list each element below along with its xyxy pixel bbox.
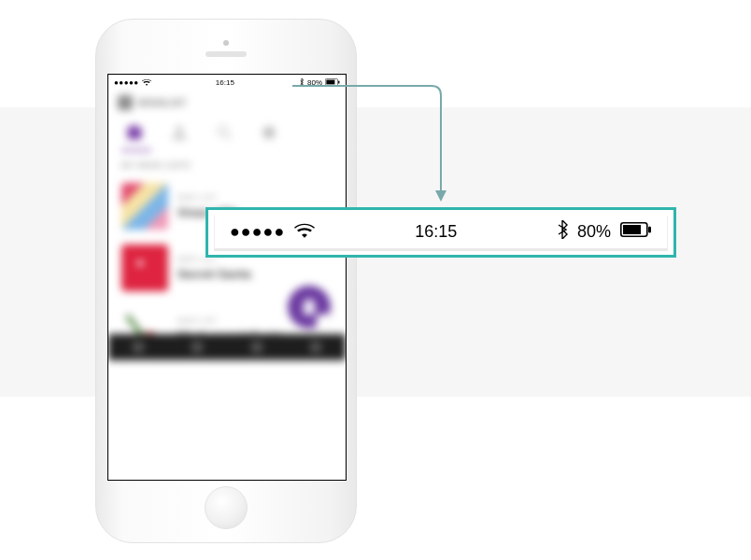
nav-icon[interactable] xyxy=(133,342,144,353)
nav-icon[interactable] xyxy=(310,342,321,353)
battery-icon xyxy=(325,78,340,86)
battery-icon xyxy=(620,222,652,242)
app-header: WISHLIST xyxy=(108,90,346,116)
phone-screen: ●●●●● 16:15 80% xyxy=(107,74,347,481)
phone-speaker xyxy=(205,51,247,57)
wifi-icon xyxy=(142,78,151,86)
signal-dots-icon: ●●●●● xyxy=(230,222,285,242)
nav-icon[interactable] xyxy=(251,342,262,353)
signal-dots-icon: ●●●●● xyxy=(114,78,139,87)
tab-settings[interactable] xyxy=(256,119,282,146)
bluetooth-icon xyxy=(299,78,305,87)
svg-rect-8 xyxy=(623,225,641,234)
list-supertitle: New list xyxy=(177,193,239,202)
bottom-nav xyxy=(108,334,346,360)
fab-add-list[interactable]: + xyxy=(288,286,331,329)
status-time: 16:15 xyxy=(216,78,234,87)
svg-point-3 xyxy=(218,126,227,135)
battery-pct: 80% xyxy=(307,78,322,87)
list-title: Secret Santa xyxy=(177,267,251,281)
status-bar-small: ●●●●● 16:15 80% xyxy=(108,75,346,90)
tab-search[interactable] xyxy=(211,119,237,146)
list-thumb xyxy=(121,183,168,230)
list-supertitle: New list xyxy=(177,316,283,325)
app-logo-square xyxy=(118,95,133,110)
nav-icon[interactable] xyxy=(191,342,203,353)
wifi-icon xyxy=(294,222,315,243)
phone-mockup: ●●●●● 16:15 80% xyxy=(95,19,357,543)
svg-rect-1 xyxy=(326,80,334,85)
svg-line-4 xyxy=(227,135,232,140)
section-label: MY WISH LISTS xyxy=(108,151,346,175)
svg-rect-9 xyxy=(648,227,651,233)
svg-point-5 xyxy=(262,126,275,138)
phone-camera-dot xyxy=(223,40,229,46)
tab-people[interactable] xyxy=(166,119,192,146)
list-thumb xyxy=(121,245,168,291)
home-button[interactable] xyxy=(205,486,248,529)
tab-bar xyxy=(108,116,346,146)
status-bar-callout: ●●●●● 16:15 80% xyxy=(205,207,676,258)
tab-gift[interactable] xyxy=(121,119,148,146)
bluetooth-icon xyxy=(557,220,568,244)
app-title: WISHLIST xyxy=(138,98,187,108)
svg-rect-2 xyxy=(338,80,339,83)
status-time: 16:15 xyxy=(415,222,457,242)
plus-icon: + xyxy=(317,315,332,329)
battery-pct: 80% xyxy=(577,222,611,242)
